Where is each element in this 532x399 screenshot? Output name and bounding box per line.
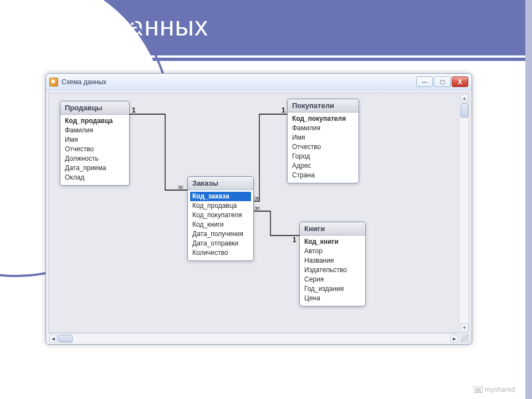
- table-sellers-header[interactable]: Продавцы: [60, 101, 129, 115]
- close-icon: X: [458, 78, 462, 86]
- table-orders-header[interactable]: Заказы: [188, 177, 253, 190]
- field[interactable]: Оклад: [63, 173, 127, 182]
- scroll-right-button[interactable]: ▶: [451, 335, 458, 342]
- scroll-thumb[interactable]: [461, 103, 468, 117]
- field[interactable]: Автор: [302, 247, 363, 256]
- slide: Схема данных Схема данных — ▢ X 1 ∞ 1 ∞: [0, 0, 532, 399]
- field[interactable]: Отчество: [63, 145, 127, 154]
- field[interactable]: Код_книги: [190, 220, 251, 229]
- field[interactable]: Название: [302, 256, 363, 265]
- table-sellers[interactable]: Продавцы Код_продавца Фамилия Имя Отчест…: [60, 101, 130, 186]
- maximize-icon: ▢: [440, 79, 445, 85]
- field[interactable]: Страна: [290, 171, 356, 180]
- horizontal-scrollbar[interactable]: ◀ ▶: [48, 333, 459, 343]
- field[interactable]: Отчество: [290, 142, 356, 152]
- minimize-button[interactable]: —: [416, 76, 433, 87]
- table-orders[interactable]: Заказы Код_заказа Код_продавца Код_покуп…: [187, 176, 254, 261]
- rel-orders-from-books: ∞: [254, 204, 260, 213]
- app-icon: [49, 78, 58, 86]
- watermark: myshared: [474, 386, 515, 393]
- table-buyers-header[interactable]: Покупатели: [288, 99, 359, 112]
- scroll-down-button[interactable]: ▼: [461, 324, 468, 331]
- window-title: Схема данных: [62, 78, 416, 86]
- field[interactable]: Адрес: [290, 161, 356, 171]
- schema-canvas[interactable]: 1 ∞ 1 ∞ 1 ∞ Продавцы Код_продавца Фамили…: [48, 93, 469, 333]
- slide-right-border: [525, 0, 532, 399]
- field[interactable]: Код_покупателя: [190, 211, 251, 220]
- field[interactable]: Должность: [63, 154, 127, 163]
- scroll-up-button[interactable]: ▲: [461, 94, 468, 102]
- scroll-thumb[interactable]: [58, 335, 73, 342]
- field[interactable]: Город: [290, 152, 356, 161]
- table-books-body: Код_книги Автор Название Издательство Се…: [300, 236, 365, 306]
- table-buyers-body: Код_покупателя Фамилия Имя Отчество Горо…: [288, 112, 359, 183]
- field[interactable]: Фамилия: [63, 126, 127, 135]
- schema-window: Схема данных — ▢ X 1 ∞ 1 ∞ 1 ∞ Продавцы: [45, 73, 472, 345]
- maximize-button[interactable]: ▢: [434, 76, 451, 87]
- field[interactable]: Серия: [302, 275, 363, 284]
- watermark-icon: [474, 386, 483, 393]
- field[interactable]: Имя: [290, 133, 356, 142]
- table-orders-body: Код_заказа Код_продавца Код_покупателя К…: [188, 190, 253, 260]
- table-sellers-body: Код_продавца Фамилия Имя Отчество Должно…: [60, 115, 129, 185]
- field[interactable]: Дата_приема: [63, 163, 127, 173]
- field[interactable]: Дата_получения: [190, 229, 251, 239]
- field-selected[interactable]: Код_заказа: [190, 192, 251, 201]
- minimize-icon: —: [422, 79, 427, 85]
- rel-orders-from-buyers: ∞: [254, 194, 260, 203]
- window-controls: — ▢ X: [416, 76, 468, 87]
- field[interactable]: Год_издания: [302, 284, 363, 294]
- field[interactable]: Издательство: [302, 265, 363, 275]
- field[interactable]: Код_покупателя: [290, 114, 356, 124]
- table-books-header[interactable]: Книги: [300, 222, 365, 236]
- watermark-text: myshared: [485, 386, 515, 393]
- rel-books-one: 1: [293, 236, 296, 244]
- field[interactable]: Имя: [63, 135, 127, 145]
- rel-buyers-one: 1: [282, 106, 285, 114]
- table-books[interactable]: Книги Код_книги Автор Название Издательс…: [299, 222, 366, 306]
- field[interactable]: Количество: [190, 248, 251, 258]
- vertical-scrollbar[interactable]: ▲ ▼: [459, 93, 469, 332]
- field[interactable]: Дата_отправки: [190, 239, 251, 248]
- field[interactable]: Фамилия: [290, 124, 356, 133]
- scroll-left-button[interactable]: ◀: [49, 335, 57, 342]
- rel-sellers-one: 1: [132, 106, 136, 114]
- rel-orders-from-sellers: ∞: [178, 183, 183, 192]
- field[interactable]: Код_продавца: [190, 201, 251, 211]
- field[interactable]: Код_продавца: [63, 116, 127, 126]
- resize-grip[interactable]: [461, 334, 469, 343]
- close-button[interactable]: X: [452, 76, 468, 87]
- window-titlebar[interactable]: Схема данных — ▢ X: [46, 74, 472, 90]
- table-buyers[interactable]: Покупатели Код_покупателя Фамилия Имя От…: [287, 99, 359, 183]
- field[interactable]: Цена: [302, 294, 363, 303]
- field[interactable]: Код_книги: [302, 237, 363, 247]
